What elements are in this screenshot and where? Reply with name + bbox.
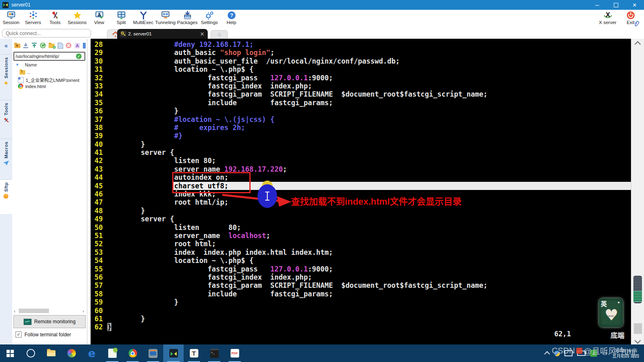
paperclip-icon[interactable] (634, 20, 640, 29)
packages-button[interactable]: Packages (176, 10, 198, 29)
pdf-button[interactable]: PDF (224, 344, 245, 362)
toolbar-label: View (94, 20, 104, 25)
windows-taskbar: e T PDF ↑ ◁× 06-06 16:55 五月初四 周四 (0, 344, 644, 362)
start-button[interactable] (0, 344, 20, 362)
new-folder-icon[interactable] (49, 43, 56, 49)
toolbar-label: Session (3, 20, 20, 25)
edge-button[interactable]: e (82, 344, 102, 362)
code-line: 50 listen 80; (91, 223, 631, 232)
file-row-parent[interactable]: .. (20, 70, 30, 75)
svg-text:?: ? (230, 12, 233, 18)
terminal-scrollbar[interactable] (631, 39, 644, 344)
follow-terminal-folder-row[interactable]: ✓ Follow terminal folder (16, 331, 71, 338)
chrome-icon (129, 349, 137, 358)
sessions-star-icon (73, 11, 82, 20)
packages-icon (183, 11, 192, 20)
sessions-button[interactable]: Sessions (66, 10, 88, 29)
tab-row: 2. server01 ✕ (0, 29, 644, 39)
cmd-button[interactable] (204, 344, 224, 362)
toolbar-label: Exit (626, 20, 634, 25)
title-bar: server01 ─ ✕ (0, 0, 644, 10)
help-button[interactable]: ? Help (220, 10, 242, 29)
scroll-down-icon[interactable] (635, 338, 641, 344)
scrollbar-thumb[interactable] (19, 309, 49, 313)
multiexec-button[interactable]: MultiExec (132, 10, 154, 29)
rename-icon[interactable]: A (75, 43, 80, 49)
photos-pinwheel-icon (67, 349, 76, 358)
tools-button[interactable]: Tools (44, 10, 66, 29)
tools-icon (51, 11, 60, 20)
notepadpp-button[interactable] (102, 344, 122, 362)
sidetab-sftp[interactable]: Sftp (0, 179, 12, 214)
sidetab-tools[interactable]: Tools (0, 100, 12, 136)
file-row-torrent[interactable]: 1_企业架构之LNMP.torrent (18, 77, 79, 83)
toolbar-label: Sessions (68, 20, 87, 25)
code-line: 60 (91, 307, 631, 315)
sidetab-sessions[interactable]: Sessions ★ (0, 54, 12, 97)
scrollbar-block[interactable] (634, 323, 642, 334)
explorer-icon (47, 350, 56, 356)
chrome-button[interactable] (122, 344, 143, 362)
scroll-left-icon[interactable]: ‹ (14, 309, 16, 313)
path-ok-icon[interactable]: ✓ (76, 53, 82, 59)
view-button[interactable]: View (88, 10, 110, 29)
tab-close-icon[interactable]: ✕ (200, 31, 204, 37)
paper-plane-icon (3, 161, 9, 166)
close-button[interactable]: ✕ (625, 0, 644, 10)
mobaxterm-taskbar-button[interactable] (163, 344, 184, 362)
notepadpp-icon (108, 349, 117, 358)
typora-button[interactable]: T (184, 344, 204, 362)
settings-button[interactable]: Settings (198, 10, 220, 29)
tab-server01[interactable]: 2. server01 ✕ (117, 29, 208, 39)
follow-checkbox[interactable]: ✓ (16, 331, 22, 338)
split-button[interactable]: Split (110, 10, 132, 29)
edit-icon[interactable] (83, 43, 86, 49)
delete-icon[interactable] (66, 43, 71, 49)
scroll-right-icon[interactable]: › (82, 309, 84, 313)
collapse-sidebar-icon[interactable]: « (0, 42, 12, 49)
code-line: 40 } (91, 140, 631, 148)
code-line: 43 server_name 192.168.17.220; (91, 165, 631, 173)
sidetab-macros[interactable]: Macros (0, 139, 12, 177)
code-line: 29 auth_basic "shop login"; (91, 49, 631, 57)
new-file-icon[interactable] (58, 43, 63, 49)
code-line: 44 autoindex on; (91, 173, 631, 181)
tree-header[interactable]: ▼ Name (16, 62, 37, 67)
x-server-button[interactable]: X X server (595, 10, 620, 29)
scrollbar-thumb[interactable] (633, 276, 642, 303)
tunneling-icon (161, 11, 170, 20)
plus-icon (217, 32, 222, 38)
session-button[interactable]: Session (0, 10, 22, 29)
servers-button[interactable]: Servers (22, 10, 44, 29)
remote-monitoring-button[interactable]: Remote monitoring (13, 315, 86, 328)
photos-button[interactable] (61, 344, 82, 362)
file-row-index-html[interactable]: index.html (18, 84, 46, 89)
sftp-dot-icon (3, 194, 9, 200)
code-line: 33 fastcgi_index index.php; (91, 82, 631, 90)
code-line: 56 fastcgi_index index.php; (91, 273, 631, 281)
vmware-button[interactable] (143, 344, 163, 362)
go-up-folder-icon[interactable] (14, 43, 20, 48)
tunneling-button[interactable]: Tunneling (154, 10, 176, 29)
scroll-up-icon[interactable] (635, 41, 641, 48)
monitoring-icon (24, 319, 31, 325)
upload-icon[interactable] (32, 43, 37, 48)
refresh-icon[interactable] (40, 43, 46, 49)
view-monitor-icon (95, 11, 104, 20)
horizontal-scrollbar[interactable]: ‹ › (12, 308, 86, 314)
download-icon[interactable] (23, 43, 28, 48)
code-line: 30 auth_basic_user_file /usr/local/nginx… (91, 57, 631, 65)
sftp-toolbar: A (14, 42, 86, 49)
current-path-input[interactable] (14, 53, 76, 59)
minimize-button[interactable]: ─ (588, 0, 606, 10)
terminal-area[interactable]: 28 #deny 192.168.17.1;29 auth_basic "sho… (91, 39, 631, 344)
tray-expand-icon[interactable] (544, 351, 550, 357)
maximize-button[interactable] (606, 0, 625, 10)
explorer-button[interactable] (41, 344, 61, 362)
cortana-button[interactable] (20, 344, 41, 362)
session-monitor-icon (7, 11, 16, 20)
code-line: 28 #deny 192.168.17.1; (91, 40, 631, 49)
quick-connect-input[interactable] (2, 29, 91, 38)
new-tab-button[interactable] (211, 30, 228, 39)
toolbar-label: Tunneling (155, 20, 175, 25)
